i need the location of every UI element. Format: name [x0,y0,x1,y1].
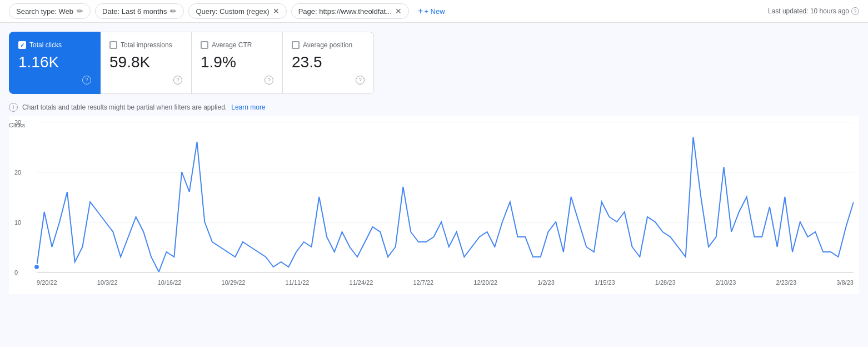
metric-average-position[interactable]: Average position 23.5 ? [282,32,374,94]
chart-inner: 30 20 10 0 [37,122,854,272]
x-label-2: 10/16/22 [158,279,182,286]
new-filter-label: + New [424,7,445,16]
info-message: Chart totals and table results might be … [22,103,227,111]
metric-total-clicks-header: Total clicks [18,41,91,49]
metric-average-ctr-label: Average CTR [212,41,252,49]
svg-rect-0 [37,122,854,272]
last-updated-text: Last updated: 10 hours ago [768,7,849,15]
chart-line [37,137,854,272]
metric-total-impressions-header: Total impressions [109,41,182,49]
metric-average-ctr-value: 1.9% [201,53,273,71]
new-filter-button[interactable]: + + New [413,4,450,18]
last-updated: Last updated: 10 hours ago ? [768,7,859,15]
last-updated-info-icon[interactable]: ? [851,7,859,15]
x-label-9: 1/15/23 [595,279,615,286]
help-icon-total-impressions[interactable]: ? [173,76,182,85]
x-label-10: 1/28/23 [655,279,676,286]
x-label-3: 10/29/22 [222,279,246,286]
metric-total-impressions[interactable]: Total impressions 59.8K ? [100,32,192,94]
close-icon-query[interactable]: ✕ [273,7,280,16]
metric-average-ctr-footer: ? [201,76,273,85]
y-label-30: 30 [14,119,21,126]
help-icon-total-clicks[interactable]: ? [82,76,91,85]
metrics-row: Total clicks 1.16K ? Total impressions 5… [0,23,868,98]
x-label-5: 11/24/22 [350,279,373,286]
x-label-11: 2/10/23 [716,279,736,286]
chart-point [34,264,39,270]
metric-total-clicks-label: Total clicks [29,41,62,49]
info-bar: i Chart totals and table results might b… [0,98,868,116]
filter-page-label: Page: https://www.theoldfat... [298,7,392,16]
x-label-8: 1/2/23 [537,279,555,286]
metric-total-impressions-footer: ? [109,76,182,85]
filter-bar: Search type: Web ✏ Date: Last 6 months ✏… [0,0,868,23]
learn-more-link[interactable]: Learn more [231,103,265,111]
help-icon-average-position[interactable]: ? [356,76,365,85]
gridline-0: 0 [37,272,854,272]
checkbox-average-ctr[interactable] [201,41,208,49]
x-label-1: 10/3/22 [97,279,118,286]
x-label-13: 3/8/23 [836,279,854,286]
info-circle-icon: i [9,103,18,112]
metric-total-clicks[interactable]: Total clicks 1.16K ? [9,32,101,94]
y-label-0: 0 [14,269,18,276]
close-icon-page[interactable]: ✕ [395,7,402,16]
metric-total-impressions-label: Total impressions [121,41,172,49]
x-label-4: 11/11/22 [286,279,310,286]
y-label-20: 20 [14,169,21,176]
x-label-6: 12/7/22 [413,279,433,286]
filter-date[interactable]: Date: Last 6 months ✏ [95,3,184,19]
y-label-10: 10 [14,219,21,226]
checkbox-total-clicks[interactable] [18,41,26,49]
filter-date-label: Date: Last 6 months [102,7,167,16]
edit-icon-date[interactable]: ✏ [170,7,177,16]
metric-total-clicks-footer: ? [18,76,91,85]
x-label-12: 2/23/23 [776,279,796,286]
metric-average-ctr[interactable]: Average CTR 1.9% ? [191,32,283,94]
line-chart-svg [37,122,854,272]
x-label-7: 12/20/22 [473,279,497,286]
filter-search-type-label: Search type: Web [16,7,73,16]
checkbox-average-position[interactable] [292,41,300,49]
metric-average-position-value: 23.5 [292,53,365,71]
help-icon-average-ctr[interactable]: ? [265,76,273,85]
metric-average-ctr-header: Average CTR [201,41,273,49]
filter-search-type[interactable]: Search type: Web ✏ [9,3,91,19]
metric-total-impressions-value: 59.8K [109,53,182,71]
metric-average-position-header: Average position [292,41,365,49]
x-labels: 9/20/22 10/3/22 10/16/22 10/29/22 11/11/… [37,279,854,286]
filter-page[interactable]: Page: https://www.theoldfat... ✕ [291,3,409,19]
chart-area: Clicks 30 20 10 0 [0,116,868,303]
checkbox-total-impressions[interactable] [109,41,117,49]
metric-average-position-label: Average position [303,41,352,49]
edit-icon-search-type[interactable]: ✏ [77,7,83,16]
metric-average-position-footer: ? [292,76,365,85]
metric-total-clicks-value: 1.16K [18,53,91,71]
new-filter-plus-icon: + [418,6,423,16]
filter-query-label: Query: Custom (regex) [196,7,269,16]
x-label-0: 9/20/22 [37,279,57,286]
chart-container: Clicks 30 20 10 0 [9,116,859,294]
filter-query[interactable]: Query: Custom (regex) ✕ [188,3,286,19]
